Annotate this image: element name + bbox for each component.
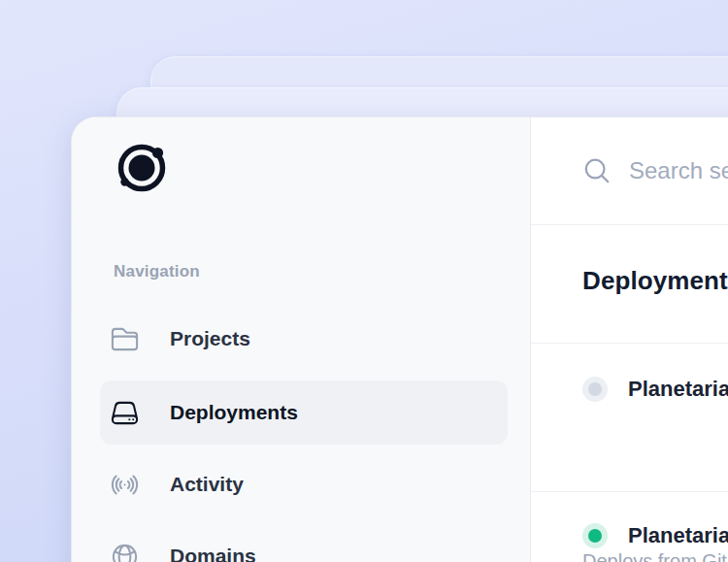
sidebar-item-activity[interactable]: Activity (100, 452, 508, 516)
folder-icon (110, 324, 140, 354)
globe-icon (110, 542, 140, 562)
sidebar-item-domains[interactable]: Domains (100, 524, 508, 562)
app-window: Navigation Projects Deployments Activity (0, 0, 728, 562)
sidebar: Navigation Projects Deployments Activity (72, 117, 531, 562)
sidebar-item-projects[interactable]: Projects (100, 307, 508, 371)
magnifying-glass-icon (582, 156, 612, 185)
deployment-name: Planetaria (628, 523, 728, 548)
divider (531, 224, 728, 225)
search-bar (531, 117, 728, 224)
deployment-name: Planetaria (628, 377, 728, 402)
sidebar-item-label: Deployments (170, 401, 298, 424)
signal-icon (110, 470, 140, 500)
deployment-description: Deploys from GitHub (582, 550, 728, 562)
sidebar-item-label: Activity (170, 473, 244, 496)
status-dot-offline (582, 377, 608, 402)
planetaria-logo-icon (116, 142, 168, 194)
sidebar-section-label: Navigation (114, 262, 200, 281)
sidebar-item-label: Domains (170, 545, 256, 562)
main-content: Deployments Planetaria Deploys from GitH… (531, 117, 728, 562)
server-icon (110, 398, 140, 428)
page-title: Deployments (582, 266, 728, 296)
search-input[interactable] (627, 156, 728, 185)
divider (531, 343, 728, 344)
divider (531, 491, 728, 492)
sidebar-item-deployments[interactable]: Deployments (100, 380, 508, 445)
main-app-card: Navigation Projects Deployments Activity (71, 116, 728, 562)
sidebar-item-label: Projects (170, 327, 250, 350)
status-dot-online (582, 523, 608, 548)
